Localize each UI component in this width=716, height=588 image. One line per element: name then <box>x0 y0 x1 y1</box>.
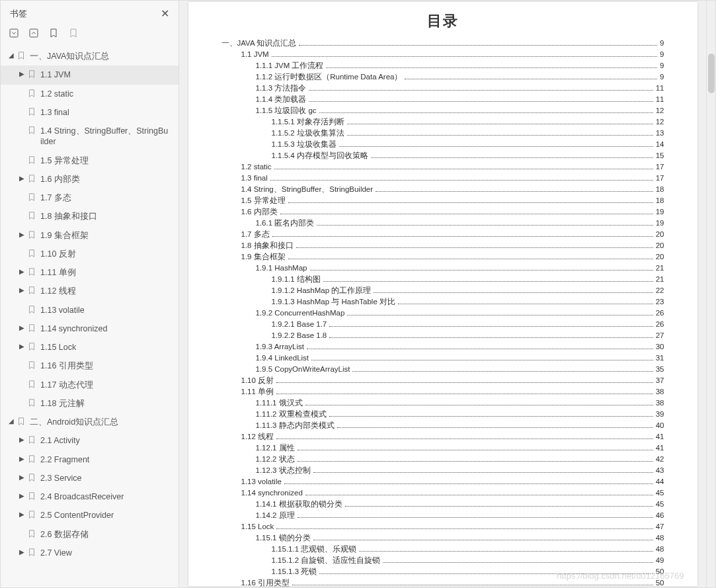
chevron-right-icon[interactable]: ▶ <box>18 548 26 556</box>
toc-entry[interactable]: 1.9.4 LinkedList31 <box>256 353 664 364</box>
toc-entry[interactable]: 1.6 内部类19 <box>241 206 664 218</box>
document-viewport[interactable]: 目录 一、JAVA 知识点汇总91.1 JVM91.1.1 JVM 工作流程91… <box>179 1 706 587</box>
expand-all-icon[interactable] <box>9 28 19 40</box>
scrollbar-thumb[interactable] <box>708 54 715 93</box>
toc-entry[interactable]: 1.14 synchronized45 <box>241 487 664 499</box>
toc-entry[interactable]: 1.12.2 状态42 <box>256 454 664 465</box>
toc-entry[interactable]: 1.4 String、StringBuffer、StringBuilder18 <box>241 184 664 195</box>
toc-entry[interactable]: 1.9.3 ArrayList30 <box>256 341 664 353</box>
toc-entry[interactable]: 1.9.1.3 HashMap 与 HashTable 对比23 <box>272 296 664 308</box>
toc-entry-page: 45 <box>656 499 664 510</box>
chevron-down-icon[interactable]: ◢ <box>7 51 15 60</box>
toc-entry[interactable]: 1.12 线程41 <box>241 431 664 442</box>
chevron-down-icon[interactable]: ◢ <box>7 417 15 425</box>
toc-entry[interactable]: 1.9.2 ConcurrentHashMap26 <box>256 308 664 319</box>
tree-item[interactable]: 1.16 引用类型 <box>1 357 179 375</box>
tree-item[interactable]: 1.10 反射 <box>1 245 179 263</box>
tree-item[interactable]: ◢二、Android知识点汇总 <box>1 413 179 431</box>
bookmark-icon[interactable] <box>48 28 59 40</box>
toc-entry[interactable]: 1.14.2 原理46 <box>256 510 664 521</box>
tree-item[interactable]: 1.5 异常处理 <box>1 151 179 170</box>
chevron-right-icon[interactable]: ▶ <box>18 473 26 482</box>
tree-item[interactable]: ▶2.7 View <box>1 544 179 562</box>
toc-entry[interactable]: 1.9.1 HashMap21 <box>256 263 664 274</box>
toc-entry[interactable]: 1.5 异常处理18 <box>241 195 664 206</box>
toc-entry[interactable]: 1.9.2.1 Base 1.726 <box>272 319 664 330</box>
toc-entry[interactable]: 1.9.1.1 结构图21 <box>272 274 664 285</box>
toc-entry[interactable]: 1.15.1.1 悲观锁、乐观锁48 <box>272 544 664 555</box>
toc-entry[interactable]: 1.9.1.2 HashMap 的工作原理22 <box>272 285 664 296</box>
tree-item[interactable]: ▶2.4 BroadcastReceiver <box>1 487 179 506</box>
toc-entry[interactable]: 1.15.1.3 死锁50 <box>272 566 664 577</box>
toc-entry[interactable]: 1.1.5.4 内存模型与回收策略15 <box>272 150 664 161</box>
chevron-right-icon[interactable]: ▶ <box>18 69 26 78</box>
toc-entry[interactable]: 1.1.5.3 垃圾收集器14 <box>272 139 664 150</box>
chevron-right-icon[interactable]: ▶ <box>18 454 26 463</box>
chevron-right-icon[interactable]: ▶ <box>18 230 26 239</box>
tree-item[interactable]: 1.17 动态代理 <box>1 376 179 394</box>
tree-item[interactable]: 1.4 String、StringBuffer、StringBuilder <box>1 122 179 151</box>
toc-entry[interactable]: 1.13 volatile44 <box>241 476 664 487</box>
toc-entry[interactable]: 1.9 集合框架20 <box>241 251 664 263</box>
tree-item[interactable]: ▶1.14 synchronized <box>1 319 179 338</box>
tree-item[interactable]: ▶2.3 Service <box>1 469 179 487</box>
chevron-right-icon[interactable]: ▶ <box>18 435 26 444</box>
toc-entry[interactable]: 1.15.1.2 自旋锁、适应性自旋锁49 <box>272 555 664 566</box>
collapse-all-icon[interactable] <box>28 28 39 40</box>
chevron-right-icon[interactable]: ▶ <box>18 286 26 294</box>
tree-item[interactable]: ▶1.12 线程 <box>1 282 179 300</box>
tree-item[interactable]: 1.18 元注解 <box>1 394 179 413</box>
toc-entry[interactable]: 1.16 引用类型50 <box>241 577 664 587</box>
toc-entry[interactable]: 1.9.5 CopyOnWriteArrayList35 <box>256 364 664 375</box>
toc-entry[interactable]: 1.1 JVM9 <box>241 49 664 60</box>
toc-entry[interactable]: 1.7 多态20 <box>241 229 664 240</box>
toc-entry[interactable]: 1.11 单例38 <box>241 386 664 398</box>
toc-entry[interactable]: 1.10 反射37 <box>241 375 664 386</box>
tree-item[interactable]: 1.13 volatile <box>1 301 179 319</box>
tree-item[interactable]: ◢一、JAVA知识点汇总 <box>1 47 179 65</box>
toc-entry[interactable]: 1.1.5.1 对象存活判断12 <box>272 116 664 128</box>
chevron-right-icon[interactable]: ▶ <box>18 174 26 183</box>
tree-item[interactable]: ▶1.9 集合框架 <box>1 226 179 245</box>
toc-entry[interactable]: 1.11.1 饿汉式38 <box>256 398 664 409</box>
tree-item[interactable]: ▶1.15 Lock <box>1 338 179 357</box>
tree-item[interactable]: 2.6 数据存储 <box>1 525 179 544</box>
chevron-right-icon[interactable]: ▶ <box>18 267 26 276</box>
tree-item[interactable]: ▶2.2 Fragment <box>1 450 179 469</box>
toc-entry[interactable]: 1.12.3 状态控制43 <box>256 465 664 476</box>
tree-item[interactable]: ▶2.1 Activity <box>1 431 179 450</box>
tree-item[interactable]: 1.3 final <box>1 103 179 122</box>
chevron-right-icon[interactable]: ▶ <box>18 510 26 519</box>
toc-entry[interactable]: 1.14.1 根据获取的锁分类45 <box>256 499 664 510</box>
toc-entry[interactable]: 1.8 抽象和接口20 <box>241 240 664 251</box>
tree-item[interactable]: 1.8 抽象和接口 <box>1 207 179 226</box>
toc-entry[interactable]: 一、JAVA 知识点汇总9 <box>221 38 664 49</box>
toc-entry[interactable]: 1.15 Lock47 <box>241 521 664 532</box>
close-icon[interactable]: ✕ <box>158 5 172 22</box>
toc-entry[interactable]: 1.1.4 类加载器11 <box>256 94 664 105</box>
chevron-right-icon[interactable]: ▶ <box>18 323 26 332</box>
tree-item[interactable]: ▶1.6 内部类 <box>1 170 179 189</box>
toc-entry[interactable]: 1.1.2 运行时数据区（Runtime Data Area）9 <box>256 71 664 83</box>
bookmark-outline-icon[interactable] <box>68 28 79 40</box>
toc-entry[interactable]: 1.15.1 锁的分类48 <box>256 532 664 544</box>
tree-item[interactable]: ▶1.1 JVM <box>1 65 179 84</box>
tree-item[interactable]: 1.7 多态 <box>1 189 179 207</box>
toc-entry[interactable]: 1.1.5.2 垃圾收集算法13 <box>272 128 664 139</box>
scrollbar[interactable] <box>706 1 715 587</box>
toc-entry[interactable]: 1.12.1 属性41 <box>256 442 664 454</box>
toc-entry[interactable]: 1.1.1 JVM 工作流程9 <box>256 60 664 71</box>
tree-item[interactable]: 1.2 static <box>1 85 179 103</box>
toc-entry[interactable]: 1.6.1 匿名内部类19 <box>256 218 664 229</box>
toc-entry[interactable]: 1.2 static17 <box>241 161 664 173</box>
toc-entry[interactable]: 1.3 final17 <box>241 173 664 184</box>
toc-entry[interactable]: 1.1.5 垃圾回收 gc12 <box>256 105 664 116</box>
tree-item[interactable]: ▶2.5 ContentProvider <box>1 506 179 525</box>
tree-item[interactable]: ▶1.11 单例 <box>1 263 179 282</box>
toc-entry[interactable]: 1.9.2.2 Base 1.827 <box>272 330 664 341</box>
chevron-right-icon[interactable]: ▶ <box>18 342 26 351</box>
toc-entry[interactable]: 1.1.3 方法指令11 <box>256 83 664 94</box>
toc-entry[interactable]: 1.11.2 双重检查模式39 <box>256 409 664 420</box>
chevron-right-icon[interactable]: ▶ <box>18 491 26 500</box>
toc-entry[interactable]: 1.11.3 静态内部类模式40 <box>256 420 664 431</box>
